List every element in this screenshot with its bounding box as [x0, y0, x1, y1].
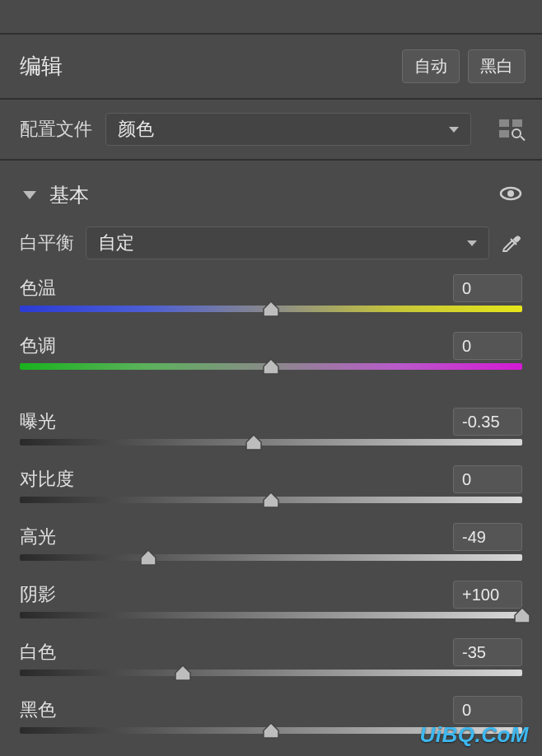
basic-section-header: 基本 — [0, 161, 542, 223]
highlights-label: 高光 — [20, 525, 56, 549]
temperature-track[interactable] — [20, 306, 522, 312]
edit-header: 编辑 自动 黑白 — [0, 35, 542, 100]
contrast-thumb[interactable] — [262, 492, 280, 508]
highlights-thumb[interactable] — [139, 549, 157, 566]
shadows-label: 阴影 — [20, 582, 56, 607]
exposure-slider: 曝光 -0.35 — [0, 408, 542, 446]
temperature-value[interactable]: 0 — [453, 274, 522, 302]
auto-button[interactable]: 自动 — [402, 49, 460, 83]
shadows-value[interactable]: +100 — [453, 581, 522, 609]
temperature-slider: 色温 0 — [0, 274, 542, 312]
tint-track[interactable] — [20, 363, 522, 370]
whites-slider: 白色 -35 — [0, 638, 542, 676]
panel-title: 编辑 — [20, 52, 63, 81]
profile-browser-icon[interactable] — [499, 119, 526, 139]
temperature-label: 色温 — [20, 276, 56, 301]
visibility-toggle-icon[interactable] — [499, 185, 522, 205]
highlights-value[interactable]: -49 — [453, 523, 522, 551]
blacks-thumb[interactable] — [262, 722, 280, 739]
contrast-value[interactable]: 0 — [453, 465, 522, 493]
temperature-thumb[interactable] — [262, 301, 280, 317]
chevron-down-icon — [467, 240, 477, 246]
white-balance-value: 自定 — [98, 231, 134, 255]
exposure-value[interactable]: -0.35 — [453, 408, 522, 436]
shadows-track[interactable] — [20, 612, 522, 618]
whites-track[interactable] — [20, 670, 522, 676]
tint-slider: 色调 0 — [0, 332, 542, 370]
bw-button[interactable]: 黑白 — [468, 49, 526, 83]
profile-row: 配置文件 颜色 — [0, 100, 542, 161]
white-balance-select[interactable]: 自定 — [86, 226, 489, 259]
exposure-track[interactable] — [20, 439, 522, 446]
white-balance-row: 白平衡 自定 — [0, 223, 542, 274]
tint-thumb[interactable] — [262, 358, 280, 375]
shadows-slider: 阴影 +100 — [0, 581, 542, 618]
section-title: 基本 — [49, 182, 89, 208]
svg-point-1 — [507, 190, 514, 197]
whites-label: 白色 — [20, 640, 56, 665]
white-balance-label: 白平衡 — [20, 231, 74, 255]
watermark-text: UiBQ.CoM — [419, 722, 529, 748]
contrast-track[interactable] — [20, 497, 522, 503]
contrast-slider: 对比度 0 — [0, 465, 542, 503]
shadows-thumb[interactable] — [513, 607, 531, 623]
header-buttons: 自动 黑白 — [402, 49, 526, 83]
whites-value[interactable]: -35 — [453, 638, 522, 666]
top-bar — [0, 0, 542, 35]
profile-value: 颜色 — [118, 117, 154, 142]
profile-select[interactable]: 颜色 — [105, 113, 471, 146]
blacks-value[interactable]: 0 — [453, 696, 522, 724]
blacks-label: 黑色 — [20, 698, 56, 722]
tint-label: 色调 — [20, 334, 56, 358]
whites-thumb[interactable] — [174, 665, 192, 681]
contrast-label: 对比度 — [20, 467, 74, 492]
section-collapse-icon[interactable] — [23, 191, 36, 199]
exposure-label: 曝光 — [20, 409, 56, 434]
profile-label: 配置文件 — [20, 117, 92, 142]
chevron-down-icon — [449, 127, 459, 133]
eyedropper-icon[interactable] — [501, 231, 522, 255]
tint-value[interactable]: 0 — [453, 332, 522, 360]
highlights-track[interactable] — [20, 554, 522, 561]
highlights-slider: 高光 -49 — [0, 523, 542, 561]
exposure-thumb[interactable] — [245, 434, 263, 450]
